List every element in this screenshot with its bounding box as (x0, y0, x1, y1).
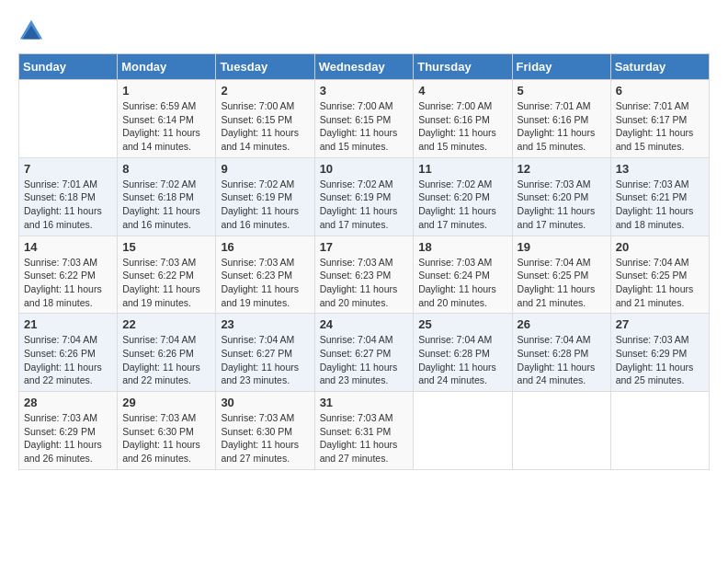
day-number: 28 (24, 396, 112, 409)
calendar-cell: 23Sunrise: 7:04 AMSunset: 6:27 PMDayligh… (216, 314, 314, 392)
day-info: Sunrise: 7:00 AMSunset: 6:15 PMDaylight:… (221, 99, 309, 154)
weekday-header-tuesday: Tuesday (216, 54, 314, 80)
calendar-cell: 12Sunrise: 7:03 AMSunset: 6:20 PMDayligh… (512, 157, 610, 236)
day-info: Sunrise: 7:00 AMSunset: 6:15 PMDaylight:… (320, 99, 409, 154)
calendar-cell: 14Sunrise: 7:03 AMSunset: 6:22 PMDayligh… (19, 236, 118, 314)
day-info: Sunrise: 7:03 AMSunset: 6:21 PMDaylight:… (616, 178, 704, 232)
day-number: 12 (518, 162, 606, 176)
calendar-cell (19, 80, 118, 158)
day-number: 26 (518, 317, 606, 331)
day-number: 18 (418, 240, 506, 254)
day-info: Sunrise: 7:01 AMSunset: 6:18 PMDaylight:… (24, 178, 112, 232)
weekday-row: SundayMondayTuesdayWednesdayThursdayFrid… (19, 54, 710, 80)
day-info: Sunrise: 7:04 AMSunset: 6:28 PMDaylight:… (418, 333, 506, 387)
day-info: Sunrise: 7:00 AMSunset: 6:16 PMDaylight:… (418, 99, 506, 154)
calendar-cell: 24Sunrise: 7:04 AMSunset: 6:27 PMDayligh… (314, 314, 414, 392)
page-header (18, 18, 710, 44)
day-number: 7 (24, 162, 112, 176)
calendar-cell: 11Sunrise: 7:02 AMSunset: 6:20 PMDayligh… (414, 157, 512, 236)
calendar-cell: 28Sunrise: 7:03 AMSunset: 6:29 PMDayligh… (19, 392, 118, 470)
calendar-cell: 20Sunrise: 7:04 AMSunset: 6:25 PMDayligh… (610, 236, 709, 314)
calendar-cell: 29Sunrise: 7:03 AMSunset: 6:30 PMDayligh… (118, 392, 216, 470)
calendar-cell (512, 392, 610, 470)
day-info: Sunrise: 7:04 AMSunset: 6:27 PMDaylight:… (221, 333, 309, 387)
day-number: 24 (320, 317, 409, 331)
calendar-cell: 25Sunrise: 7:04 AMSunset: 6:28 PMDayligh… (414, 314, 512, 392)
day-number: 25 (418, 317, 506, 331)
weekday-header-saturday: Saturday (610, 54, 709, 80)
day-info: Sunrise: 7:04 AMSunset: 6:26 PMDaylight:… (122, 333, 210, 387)
day-number: 9 (221, 162, 309, 176)
calendar-cell: 3Sunrise: 7:00 AMSunset: 6:15 PMDaylight… (314, 80, 414, 158)
day-number: 2 (221, 84, 309, 98)
day-info: Sunrise: 7:01 AMSunset: 6:17 PMDaylight:… (616, 99, 704, 154)
calendar-week-row: 14Sunrise: 7:03 AMSunset: 6:22 PMDayligh… (19, 236, 710, 314)
day-info: Sunrise: 7:03 AMSunset: 6:30 PMDaylight:… (221, 411, 309, 465)
calendar-table: SundayMondayTuesdayWednesdayThursdayFrid… (18, 53, 710, 470)
calendar-cell: 5Sunrise: 7:01 AMSunset: 6:16 PMDaylight… (512, 80, 610, 158)
calendar-cell: 1Sunrise: 6:59 AMSunset: 6:14 PMDaylight… (118, 80, 216, 158)
day-number: 5 (518, 84, 606, 98)
day-info: Sunrise: 7:03 AMSunset: 6:22 PMDaylight:… (122, 256, 210, 310)
calendar-cell: 17Sunrise: 7:03 AMSunset: 6:23 PMDayligh… (314, 236, 414, 314)
day-number: 14 (24, 240, 112, 254)
weekday-header-thursday: Thursday (414, 54, 512, 80)
calendar-cell (610, 392, 709, 470)
day-number: 27 (616, 317, 704, 331)
day-info: Sunrise: 7:04 AMSunset: 6:25 PMDaylight:… (518, 256, 606, 310)
day-number: 21 (24, 317, 112, 331)
day-info: Sunrise: 7:03 AMSunset: 6:23 PMDaylight:… (320, 256, 409, 310)
day-number: 10 (320, 162, 409, 176)
day-info: Sunrise: 7:02 AMSunset: 6:20 PMDaylight:… (418, 178, 506, 232)
calendar-cell: 4Sunrise: 7:00 AMSunset: 6:16 PMDaylight… (414, 80, 512, 158)
day-number: 11 (418, 162, 506, 176)
calendar-week-row: 1Sunrise: 6:59 AMSunset: 6:14 PMDaylight… (19, 80, 710, 158)
calendar-cell: 30Sunrise: 7:03 AMSunset: 6:30 PMDayligh… (216, 392, 314, 470)
day-info: Sunrise: 6:59 AMSunset: 6:14 PMDaylight:… (122, 99, 210, 154)
calendar-header: SundayMondayTuesdayWednesdayThursdayFrid… (19, 54, 710, 80)
calendar-cell: 9Sunrise: 7:02 AMSunset: 6:19 PMDaylight… (216, 157, 314, 236)
calendar-week-row: 7Sunrise: 7:01 AMSunset: 6:18 PMDaylight… (19, 157, 710, 236)
day-info: Sunrise: 7:03 AMSunset: 6:20 PMDaylight:… (518, 178, 606, 232)
day-number: 16 (221, 240, 309, 254)
calendar-cell: 22Sunrise: 7:04 AMSunset: 6:26 PMDayligh… (118, 314, 216, 392)
day-number: 13 (616, 162, 704, 176)
calendar-cell: 26Sunrise: 7:04 AMSunset: 6:28 PMDayligh… (512, 314, 610, 392)
day-info: Sunrise: 7:02 AMSunset: 6:18 PMDaylight:… (122, 178, 210, 232)
weekday-header-sunday: Sunday (19, 54, 118, 80)
day-info: Sunrise: 7:04 AMSunset: 6:26 PMDaylight:… (24, 333, 112, 387)
day-number: 6 (616, 84, 704, 98)
calendar-cell: 6Sunrise: 7:01 AMSunset: 6:17 PMDaylight… (610, 80, 709, 158)
day-number: 19 (518, 240, 606, 254)
calendar-body: 1Sunrise: 6:59 AMSunset: 6:14 PMDaylight… (19, 80, 710, 470)
day-info: Sunrise: 7:04 AMSunset: 6:28 PMDaylight:… (518, 333, 606, 387)
day-number: 23 (221, 317, 309, 331)
day-number: 31 (320, 396, 409, 409)
logo (18, 18, 48, 44)
day-info: Sunrise: 7:03 AMSunset: 6:30 PMDaylight:… (122, 411, 210, 465)
calendar-cell: 31Sunrise: 7:03 AMSunset: 6:31 PMDayligh… (314, 392, 414, 470)
calendar-cell: 2Sunrise: 7:00 AMSunset: 6:15 PMDaylight… (216, 80, 314, 158)
calendar-cell: 13Sunrise: 7:03 AMSunset: 6:21 PMDayligh… (610, 157, 709, 236)
calendar-cell: 21Sunrise: 7:04 AMSunset: 6:26 PMDayligh… (19, 314, 118, 392)
day-number: 30 (221, 396, 309, 409)
weekday-header-monday: Monday (118, 54, 216, 80)
logo-icon (18, 18, 44, 44)
day-info: Sunrise: 7:03 AMSunset: 6:23 PMDaylight:… (221, 256, 309, 310)
day-info: Sunrise: 7:01 AMSunset: 6:16 PMDaylight:… (518, 99, 606, 154)
weekday-header-friday: Friday (512, 54, 610, 80)
calendar-cell (414, 392, 512, 470)
weekday-header-wednesday: Wednesday (314, 54, 414, 80)
day-number: 17 (320, 240, 409, 254)
day-number: 20 (616, 240, 704, 254)
calendar-cell: 15Sunrise: 7:03 AMSunset: 6:22 PMDayligh… (118, 236, 216, 314)
day-info: Sunrise: 7:04 AMSunset: 6:27 PMDaylight:… (320, 333, 409, 387)
day-number: 15 (122, 240, 210, 254)
calendar-week-row: 28Sunrise: 7:03 AMSunset: 6:29 PMDayligh… (19, 392, 710, 470)
day-number: 8 (122, 162, 210, 176)
day-number: 4 (418, 84, 506, 98)
day-number: 22 (122, 317, 210, 331)
day-number: 3 (320, 84, 409, 98)
day-number: 29 (122, 396, 210, 409)
calendar-cell: 7Sunrise: 7:01 AMSunset: 6:18 PMDaylight… (19, 157, 118, 236)
